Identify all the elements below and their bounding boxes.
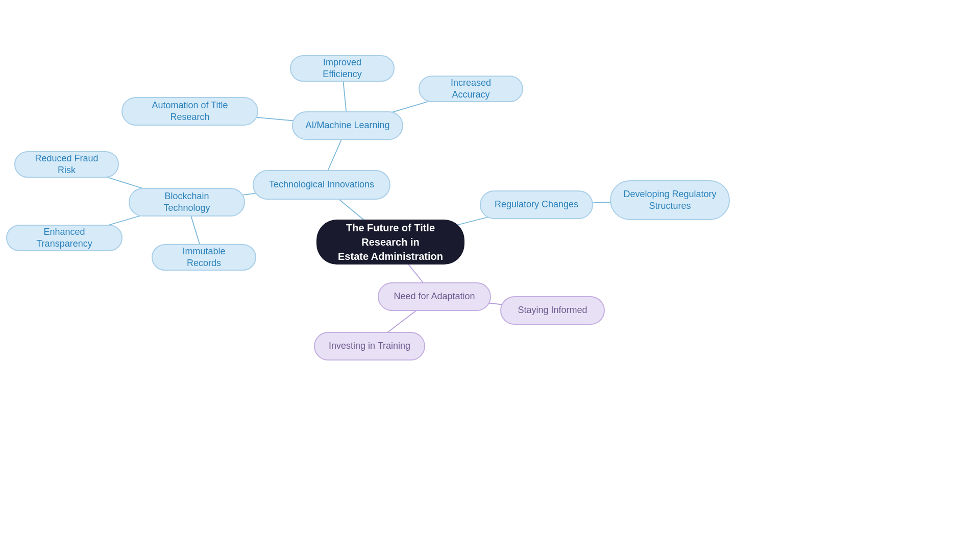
tech-innovations-label: Technological Innovations: [269, 179, 374, 190]
ai-ml-label: AI/Machine Learning: [305, 119, 389, 131]
blockchain-technology-node: Blockchain Technology: [129, 188, 245, 217]
automation-title-research-label: Automation of Title Research: [135, 100, 245, 124]
increased-accuracy-node: Increased Accuracy: [419, 76, 523, 102]
regulatory-changes-node: Regulatory Changes: [480, 190, 593, 219]
blockchain-technology-label: Blockchain Technology: [142, 190, 232, 214]
need-for-adaptation-node: Need for Adaptation: [378, 282, 491, 311]
reduced-fraud-risk-label: Reduced Fraud Risk: [28, 153, 106, 177]
center-label: The Future of Title Research inEstate Ad…: [335, 221, 446, 263]
enhanced-transparency-label: Enhanced Transparency: [19, 226, 109, 250]
ai-ml-node: AI/Machine Learning: [292, 111, 403, 140]
staying-informed-label: Staying Informed: [518, 304, 587, 316]
automation-title-research-node: Automation of Title Research: [121, 97, 258, 126]
immutable-records-node: Immutable Records: [152, 244, 256, 271]
investing-in-training-node: Investing in Training: [314, 332, 425, 360]
investing-in-training-label: Investing in Training: [329, 340, 410, 352]
reduced-fraud-risk-node: Reduced Fraud Risk: [14, 151, 119, 178]
need-for-adaptation-label: Need for Adaptation: [394, 291, 475, 302]
improved-efficiency-label: Improved Efficiency: [303, 57, 381, 81]
enhanced-transparency-node: Enhanced Transparency: [6, 225, 122, 251]
regulatory-changes-label: Regulatory Changes: [495, 199, 578, 210]
tech-innovations-node: Technological Innovations: [253, 170, 390, 200]
immutable-records-label: Immutable Records: [165, 246, 243, 270]
staying-informed-node: Staying Informed: [500, 296, 605, 325]
developing-regulatory-structures-node: Developing RegulatoryStructures: [610, 180, 730, 220]
developing-regulatory-structures-label: Developing RegulatoryStructures: [623, 188, 716, 212]
improved-efficiency-node: Improved Efficiency: [290, 55, 395, 82]
center-node: The Future of Title Research inEstate Ad…: [316, 220, 464, 265]
increased-accuracy-label: Increased Accuracy: [432, 77, 510, 101]
